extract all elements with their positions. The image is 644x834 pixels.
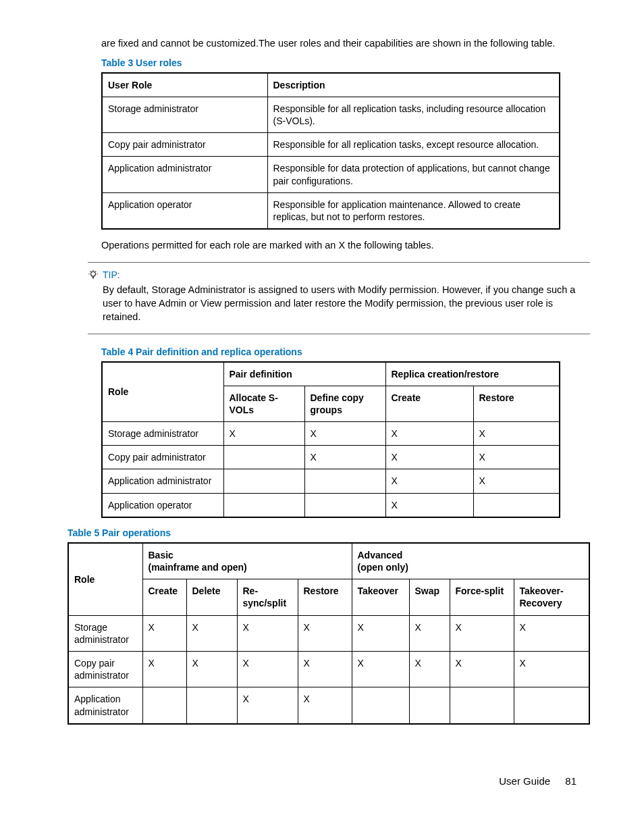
table-row: Copy pair administrator X X X X X X X X [68,651,589,687]
table5: Role Basic (mainframe and open) Advanced… [68,542,590,725]
mid-paragraph: Operations permitted for each role are m… [101,239,590,253]
table4-caption: Table 4 Pair definition and replica oper… [101,346,590,357]
tip-block: TIP: By default, Storage Administrator i… [88,262,590,334]
table4-role-header: Role [102,362,223,422]
svg-point-0 [91,271,96,276]
table-row: Application administrator X X [102,469,560,493]
tip-label: TIP: [103,269,120,280]
svg-line-5 [95,271,96,271]
table5-group1: Basic (mainframe and open) [142,543,352,579]
page-footer: User Guide 81 [499,775,576,787]
table-row: Storage administrator X X X X [102,422,560,446]
table3-header-desc: Description [267,73,560,97]
footer-label: User Guide [499,775,550,787]
table4-group2: Replica creation/restore [385,362,560,386]
table-row: Application administrator X X [68,687,589,724]
table-row: Application operator Responsible for app… [102,192,560,229]
intro-paragraph: are fixed and cannot be customized.The u… [101,37,590,51]
table5-group2: Advanced (open only) [352,543,589,579]
table4: Role Pair definition Replica creation/re… [101,361,560,518]
table3-header-role: User Role [102,73,267,97]
table3-caption: Table 3 User roles [101,57,590,68]
svg-line-4 [90,271,91,271]
tip-body: By default, Storage Administrator is ass… [103,283,590,324]
table-row: Copy pair administrator Responsible for … [102,133,560,157]
page-number: 81 [565,775,576,787]
table-row: Application operator X [102,493,560,517]
table-row: Application administrator Responsible fo… [102,157,560,192]
table4-group1: Pair definition [223,362,385,386]
table5-caption: Table 5 Pair operations [68,527,590,538]
lightbulb-icon [88,269,99,280]
table5-role-header: Role [68,543,142,615]
table-row: Storage administrator Responsible for al… [102,97,560,132]
table3: User Role Description Storage administra… [101,72,560,230]
table-row: Storage administrator X X X X X X X X [68,615,589,651]
table-row: Copy pair administrator X X X [102,446,560,469]
